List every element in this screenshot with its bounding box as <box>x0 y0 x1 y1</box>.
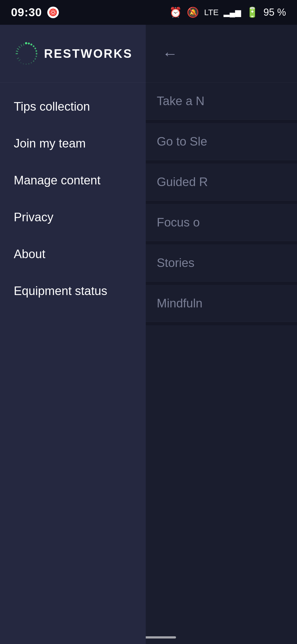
svg-point-9 <box>36 53 37 54</box>
right-menu-items: Take a N Go to Sle Guided R Focus o Stor… <box>146 83 297 325</box>
svg-point-3 <box>25 42 27 44</box>
svg-point-15 <box>26 64 27 65</box>
logo-circle-icon <box>14 41 38 66</box>
status-time: 09:30 <box>11 6 42 19</box>
svg-line-21 <box>19 46 20 48</box>
main-container: RESTWORKS Tips collection Join my team M… <box>0 25 297 644</box>
app-logo-text: RESTWORKS <box>44 47 133 61</box>
right-menu-item-take-nap[interactable]: Take a N <box>146 83 297 120</box>
status-left: 09:30 <box>11 6 59 19</box>
right-menu-item-mindfulness[interactable]: Mindfuln <box>146 285 297 322</box>
alarm-icon: ⏰ <box>169 7 182 18</box>
right-menu-item-guided-relaxation[interactable]: Guided R <box>146 163 297 201</box>
svg-point-12 <box>33 60 34 62</box>
right-header: ← <box>146 25 297 83</box>
svg-line-20 <box>17 48 19 50</box>
svg-line-23 <box>23 43 24 46</box>
nav-item-join-my-team[interactable]: Join my team <box>0 125 146 162</box>
nav-item-privacy[interactable]: Privacy <box>0 199 146 236</box>
back-button[interactable]: ← <box>160 42 180 65</box>
nav-item-about[interactable]: About <box>0 236 146 272</box>
status-bar: 09:30 ⏰ 🔕 LTE ▂▄▆ 🔋 95 % <box>0 0 297 25</box>
svg-point-7 <box>34 48 36 49</box>
status-right: ⏰ 🔕 LTE ▂▄▆ 🔋 95 % <box>169 7 286 18</box>
signal-icon: LTE <box>204 8 219 17</box>
svg-point-0 <box>49 9 57 16</box>
pocketcasts-icon <box>47 7 59 18</box>
battery-level: 95 % <box>263 7 286 18</box>
svg-point-17 <box>20 62 21 63</box>
signal-bars-icon: ▂▄▆ <box>224 8 241 17</box>
svg-point-16 <box>23 63 24 64</box>
svg-line-22 <box>21 44 22 46</box>
mute-icon: 🔕 <box>187 7 199 18</box>
svg-point-14 <box>28 63 29 64</box>
nav-item-tips-collection[interactable]: Tips collection <box>0 88 146 125</box>
nav-item-manage-content[interactable]: Manage content <box>0 162 146 199</box>
nav-item-equipment-status[interactable]: Equipment status <box>0 272 146 309</box>
battery-icon: 🔋 <box>246 7 258 18</box>
sidebar-header: RESTWORKS <box>0 25 146 83</box>
svg-point-4 <box>28 42 30 44</box>
svg-line-24 <box>17 58 19 59</box>
nav-items: Tips collection Join my team Manage cont… <box>0 83 146 644</box>
svg-point-6 <box>33 45 34 47</box>
right-menu-item-go-to-sleep[interactable]: Go to Sle <box>146 123 297 160</box>
right-panel: ← Take a N Go to Sle Guided R Focus o St… <box>146 25 297 644</box>
svg-point-10 <box>35 56 37 57</box>
svg-point-8 <box>35 50 37 52</box>
sidebar: RESTWORKS Tips collection Join my team M… <box>0 25 146 644</box>
logo-container: RESTWORKS <box>14 41 133 66</box>
right-menu-item-stories[interactable]: Stories <box>146 244 297 282</box>
svg-line-25 <box>19 59 20 61</box>
svg-point-11 <box>35 58 36 59</box>
svg-point-5 <box>31 43 32 45</box>
svg-line-19 <box>16 51 18 51</box>
svg-point-13 <box>31 62 32 63</box>
right-menu-item-focus[interactable]: Focus o <box>146 204 297 241</box>
